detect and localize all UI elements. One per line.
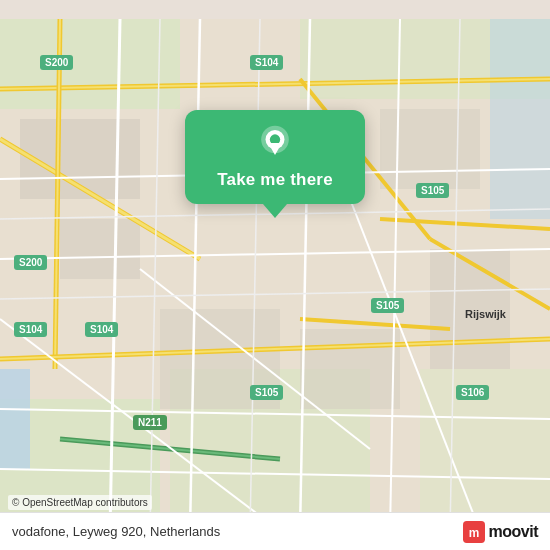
moovit-logo: m moovit: [463, 521, 538, 543]
bottom-bar: vodafone, Leyweg 920, Netherlands m moov…: [0, 512, 550, 550]
svg-rect-13: [300, 329, 400, 409]
location-pin-icon: [256, 124, 294, 162]
road-label-s104-left: S104: [14, 322, 47, 337]
map-attribution: © OpenStreetMap contributors: [8, 495, 152, 510]
map-popup[interactable]: Take me there: [185, 110, 365, 218]
map-container: S200 S200 S104 S104 S104 S105 S105 S105 …: [0, 0, 550, 550]
moovit-icon: m: [463, 521, 485, 543]
moovit-brand-name: moovit: [489, 523, 538, 541]
road-label-s105-bottom: S105: [250, 385, 283, 400]
svg-rect-7: [490, 19, 550, 219]
road-label-n211: N211: [133, 415, 167, 430]
road-label-s105-mid: S105: [371, 298, 404, 313]
svg-rect-1: [0, 19, 180, 109]
svg-rect-9: [60, 219, 140, 279]
svg-text:m: m: [468, 525, 479, 539]
svg-rect-6: [0, 369, 30, 469]
location-text: vodafone, Leyweg 920, Netherlands: [12, 524, 220, 539]
svg-rect-10: [380, 109, 480, 189]
popup-bubble[interactable]: Take me there: [185, 110, 365, 204]
popup-tail: [263, 204, 287, 218]
road-label-s104-mid: S104: [85, 322, 118, 337]
road-label-s200-top: S200: [40, 55, 73, 70]
road-label-s106: S106: [456, 385, 489, 400]
road-label-s105-right: S105: [416, 183, 449, 198]
cta-label[interactable]: Take me there: [217, 170, 333, 190]
road-label-s104-top: S104: [250, 55, 283, 70]
map-svg: [0, 0, 550, 550]
road-label-s200-mid: S200: [14, 255, 47, 270]
road-label-rijswijk: Rijswijk: [465, 308, 506, 320]
